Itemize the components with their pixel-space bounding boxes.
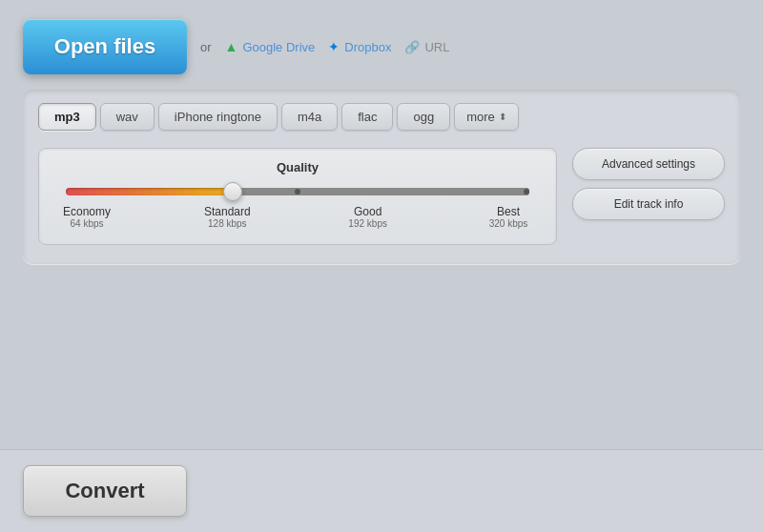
tab-wav[interactable]: wav xyxy=(100,103,155,131)
convert-button[interactable]: Convert xyxy=(23,465,187,517)
tab-mp3[interactable]: mp3 xyxy=(38,103,96,131)
slider-container xyxy=(66,188,529,195)
quality-labels: Economy 64 kbps Standard 128 kbps Good 1… xyxy=(58,205,537,229)
tabs-row: mp3 wav iPhone ringtone m4a flac ogg mor… xyxy=(38,103,725,131)
tab-m4a[interactable]: m4a xyxy=(281,103,338,131)
quality-point-good: Good 192 kbps xyxy=(340,205,397,229)
content-row: Quality Economy 64 kbps xyxy=(38,148,725,245)
slider-dot-right xyxy=(524,189,529,194)
footer: Convert xyxy=(0,449,763,532)
slider-track xyxy=(66,188,529,195)
url-label: URL xyxy=(424,40,449,54)
dropbox-link[interactable]: ✦ Dropbox xyxy=(328,39,391,54)
quality-point-economy: Economy 64 kbps xyxy=(58,205,115,229)
open-files-button[interactable]: Open files xyxy=(23,19,187,74)
quality-panel: Quality Economy 64 kbps xyxy=(38,148,557,245)
more-arrow-icon: ⬍ xyxy=(499,112,506,122)
advanced-settings-button[interactable]: Advanced settings xyxy=(572,148,725,180)
quality-best-kbps: 320 kbps xyxy=(480,218,537,229)
dropbox-icon: ✦ xyxy=(328,39,340,54)
cloud-links: ▲ Google Drive ✦ Dropbox 🔗 URL xyxy=(225,39,450,54)
quality-point-best: Best 320 kbps xyxy=(480,205,537,229)
quality-point-standard: Standard 128 kbps xyxy=(198,205,256,229)
tab-more-label: more xyxy=(466,110,495,124)
dropbox-label: Dropbox xyxy=(344,40,391,54)
quality-standard-kbps: 128 kbps xyxy=(198,218,256,229)
quality-good-kbps: 192 kbps xyxy=(340,218,397,229)
edit-track-info-button[interactable]: Edit track info xyxy=(572,188,725,220)
slider-track-right xyxy=(242,188,529,195)
google-drive-label: Google Drive xyxy=(242,40,315,54)
tab-more[interactable]: more ⬍ xyxy=(454,103,519,131)
quality-economy-kbps: 64 kbps xyxy=(58,218,115,229)
quality-good-name: Good xyxy=(340,205,397,218)
slider-thumb[interactable] xyxy=(223,182,242,201)
quality-best-name: Best xyxy=(480,205,537,218)
tab-flac[interactable]: flac xyxy=(341,103,393,131)
tab-iphone-ringtone[interactable]: iPhone ringtone xyxy=(158,103,278,131)
right-buttons: Advanced settings Edit track info xyxy=(572,148,725,220)
quality-economy-name: Economy xyxy=(58,205,115,218)
format-section: mp3 wav iPhone ringtone m4a flac ogg mor… xyxy=(23,90,740,264)
top-bar: Open files or ▲ Google Drive ✦ Dropbox 🔗… xyxy=(23,19,740,74)
main-area: Open files or ▲ Google Drive ✦ Dropbox 🔗… xyxy=(0,0,763,449)
url-icon: 🔗 xyxy=(404,40,420,54)
google-drive-icon: ▲ xyxy=(225,39,238,54)
slider-dot-mid xyxy=(295,189,300,194)
google-drive-link[interactable]: ▲ Google Drive xyxy=(225,39,316,54)
quality-standard-name: Standard xyxy=(198,205,256,218)
or-text: or xyxy=(200,40,212,54)
quality-label: Quality xyxy=(58,160,537,174)
tab-ogg[interactable]: ogg xyxy=(397,103,450,131)
url-link[interactable]: 🔗 URL xyxy=(404,40,449,54)
